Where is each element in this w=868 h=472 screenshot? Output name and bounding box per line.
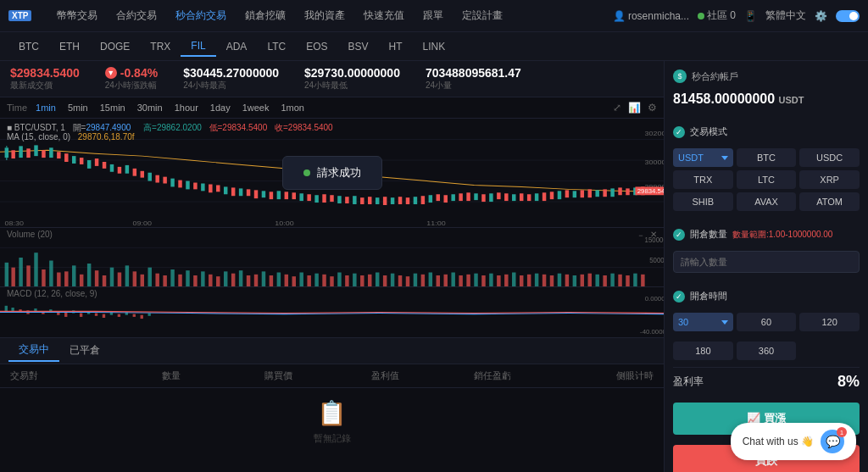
svg-rect-42: [254, 190, 258, 198]
community-link[interactable]: 社區 0: [698, 8, 736, 23]
svg-rect-78: [527, 194, 531, 201]
chat-text: Chat with us 👋: [743, 436, 814, 447]
language-selector[interactable]: 繁體中文: [765, 8, 806, 23]
nav-item-futures[interactable]: 合約交易: [108, 5, 165, 26]
svg-rect-59: [383, 197, 387, 205]
coin-tab-ada[interactable]: ADA: [216, 37, 258, 56]
coin-tab-fil[interactable]: FIL: [181, 36, 215, 57]
col-close-pnl: 銷任盈虧: [439, 369, 547, 382]
coin-tab-doge[interactable]: DOGE: [90, 37, 140, 56]
currency-xrp[interactable]: XRP: [799, 170, 860, 189]
svg-rect-50: [314, 195, 318, 203]
open-time-row: ✓ 開倉時間: [673, 290, 860, 303]
user-info[interactable]: 👤 rosenmicha...: [613, 10, 689, 22]
interval-1week[interactable]: 1week: [239, 101, 273, 114]
stat-volume: 703488095681.47 24小量: [426, 66, 521, 92]
indicator-icon[interactable]: 📊: [628, 102, 641, 114]
volume-indicator: Volume (20) － ✕ 150000000.00 50000000.00: [0, 227, 664, 286]
svg-rect-79: [535, 193, 538, 201]
coin-tab-ltc[interactable]: LTC: [257, 37, 296, 56]
interval-15min[interactable]: 15min: [97, 101, 129, 114]
coin-tab-link[interactable]: LINK: [413, 37, 456, 56]
svg-rect-205: [103, 314, 105, 317]
mobile-icon[interactable]: 📱: [744, 10, 757, 22]
interval-30min[interactable]: 30min: [134, 101, 166, 114]
svg-rect-181: [588, 273, 592, 286]
svg-rect-115: [87, 264, 91, 287]
price-label: 最新成交價: [10, 80, 80, 92]
nav-item-recharge[interactable]: 快速充值: [355, 5, 413, 26]
svg-text:30200.0000: 30200.0000: [645, 129, 664, 136]
coin-tab-eth[interactable]: ETH: [49, 37, 90, 56]
currency-trx[interactable]: TRX: [673, 170, 733, 189]
svg-rect-155: [391, 273, 394, 286]
time-60[interactable]: 60: [737, 313, 797, 331]
x-icon[interactable]: ✕: [650, 230, 657, 242]
coin-tab-ht[interactable]: HT: [379, 37, 413, 56]
chat-widget[interactable]: Chat with us 👋 💬 1: [731, 423, 856, 460]
svg-rect-120: [125, 265, 129, 287]
svg-rect-172: [520, 275, 523, 287]
interval-1day[interactable]: 1day: [207, 101, 234, 114]
currency-usdt[interactable]: USDT: [673, 148, 733, 167]
coin-tab-btc[interactable]: BTC: [8, 37, 49, 56]
svg-rect-53: [337, 196, 341, 203]
coin-tab-eos[interactable]: EOS: [296, 37, 337, 56]
svg-rect-86: [588, 189, 592, 197]
currency-ltc[interactable]: LTC: [737, 170, 797, 189]
nav-item-plan[interactable]: 定設計畫: [453, 5, 511, 26]
svg-rect-45: [277, 191, 281, 199]
volume-label: 24小量: [426, 80, 521, 92]
fullscreen-icon[interactable]: ⤢: [613, 102, 621, 114]
interval-1mon[interactable]: 1mon: [277, 101, 308, 114]
nav-item-bibi[interactable]: 幣幣交易: [48, 5, 106, 26]
open-time-label: 開倉時間: [690, 290, 727, 303]
settings-chart-icon[interactable]: ⚙: [648, 102, 657, 114]
nav-item-mining[interactable]: 鎖倉挖礦: [236, 5, 294, 26]
svg-rect-173: [527, 274, 531, 286]
svg-rect-207: [118, 314, 120, 316]
interval-1hour[interactable]: 1hour: [171, 101, 202, 114]
currency-avax[interactable]: AVAX: [737, 192, 797, 211]
nav-item-follow[interactable]: 跟單: [415, 5, 452, 26]
currency-atom[interactable]: ATOM: [799, 192, 860, 211]
svg-text:08:30: 08:30: [5, 219, 25, 226]
svg-rect-54: [345, 197, 348, 203]
svg-rect-57: [368, 197, 371, 204]
svg-rect-159: [421, 274, 425, 286]
svg-text:29834.5400: 29834.5400: [637, 188, 664, 195]
currency-shib[interactable]: SHIB: [673, 192, 733, 211]
svg-rect-35: [201, 184, 204, 192]
svg-rect-168: [489, 273, 492, 286]
svg-rect-33: [186, 181, 189, 190]
coin-tab-bsv[interactable]: BSV: [338, 37, 379, 56]
interval-1min[interactable]: 1min: [32, 101, 59, 114]
svg-rect-18: [72, 156, 75, 164]
chart-area: ■ BTC/USDT, 1 開=29847.4900 高=29862.0200 …: [0, 119, 664, 227]
minus-icon[interactable]: －: [637, 230, 645, 242]
interval-5min[interactable]: 5min: [64, 101, 92, 114]
nav-item-second-futures[interactable]: 秒合約交易: [167, 5, 235, 26]
settings-icon[interactable]: ⚙️: [815, 10, 827, 22]
svg-rect-121: [133, 271, 136, 287]
svg-text:-40.0000: -40.0000: [640, 327, 664, 335]
tab-trading[interactable]: 交易中: [8, 339, 59, 362]
tab-closed[interactable]: 已平倉: [59, 340, 110, 361]
svg-rect-28: [147, 173, 151, 181]
svg-rect-148: [337, 272, 341, 287]
col-timer: 侧眼计時: [547, 369, 654, 382]
theme-toggle[interactable]: [836, 10, 860, 22]
currency-btc[interactable]: BTC: [737, 148, 797, 167]
time-30[interactable]: 30: [673, 313, 733, 331]
time-360[interactable]: 360: [737, 342, 797, 360]
coin-tab-trx[interactable]: TRX: [140, 37, 181, 56]
svg-rect-186: [626, 275, 629, 287]
svg-rect-202: [80, 313, 82, 316]
quantity-input[interactable]: [673, 251, 860, 273]
svg-rect-125: [163, 275, 166, 287]
nav-item-assets[interactable]: 我的資產: [296, 5, 353, 26]
time-120[interactable]: 120: [799, 313, 860, 331]
currency-usdc[interactable]: USDC: [799, 148, 860, 167]
check-icon-1: ✓: [673, 126, 685, 138]
time-180[interactable]: 180: [673, 342, 733, 360]
